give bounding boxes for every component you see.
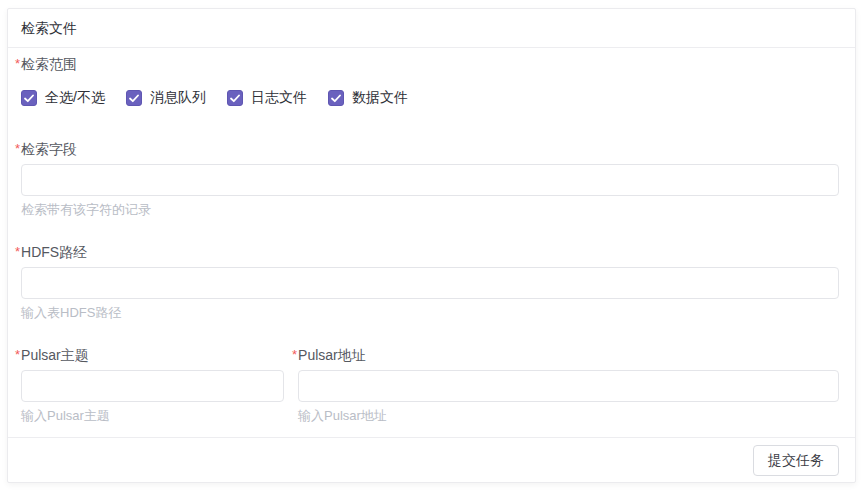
checkbox-checked-icon[interactable]	[21, 90, 37, 106]
form-item-pulsar-topic: * Pulsar主题 输入Pulsar主题	[21, 347, 284, 424]
form-item-search-scope: * 检索范围 全选/不选 消息队列 日志文件 数据文件	[21, 56, 839, 107]
checkbox-message-queue[interactable]: 消息队列	[126, 89, 206, 107]
hdfs-path-label-text: HDFS路经	[21, 244, 87, 260]
search-scope-checkbox-group: 全选/不选 消息队列 日志文件 数据文件	[21, 89, 839, 107]
required-asterisk: *	[292, 347, 297, 363]
search-field-label-text: 检索字段	[21, 141, 77, 157]
pulsar-address-help: 输入Pulsar地址	[298, 407, 839, 424]
required-asterisk: *	[15, 347, 20, 363]
pulsar-row: * Pulsar主题 输入Pulsar主题 * Pulsar地址 输入Pulsa…	[21, 347, 839, 424]
search-file-card: 检索文件 * 检索范围 全选/不选 消息队列 日志文件	[7, 8, 856, 483]
checkbox-label[interactable]: 数据文件	[352, 89, 408, 107]
form-item-pulsar-address: * Pulsar地址 输入Pulsar地址	[298, 347, 839, 424]
checkbox-checked-icon[interactable]	[328, 90, 344, 106]
checkbox-data-file[interactable]: 数据文件	[328, 89, 408, 107]
checkbox-label[interactable]: 全选/不选	[45, 89, 105, 107]
card-body: * 检索范围 全选/不选 消息队列 日志文件 数据文件	[8, 48, 855, 437]
checkbox-checked-icon[interactable]	[126, 90, 142, 106]
pulsar-address-input[interactable]	[298, 370, 839, 402]
required-asterisk: *	[15, 244, 20, 260]
card-header: 检索文件	[8, 9, 855, 48]
search-field-label: * 检索字段	[15, 141, 839, 157]
hdfs-path-help: 输入表HDFS路径	[21, 304, 839, 321]
checkbox-label[interactable]: 消息队列	[150, 89, 206, 107]
checkbox-label[interactable]: 日志文件	[251, 89, 307, 107]
form-item-hdfs-path: * HDFS路经 输入表HDFS路径	[21, 244, 839, 321]
pulsar-address-label-text: Pulsar地址	[298, 347, 366, 363]
card-footer: 提交任务	[8, 437, 855, 483]
pulsar-topic-input[interactable]	[21, 370, 284, 402]
checkbox-log-file[interactable]: 日志文件	[227, 89, 307, 107]
required-asterisk: *	[15, 141, 20, 157]
pulsar-address-label: * Pulsar地址	[292, 347, 839, 363]
pulsar-topic-help: 输入Pulsar主题	[21, 407, 284, 424]
pulsar-topic-label: * Pulsar主题	[15, 347, 284, 363]
required-asterisk: *	[15, 56, 20, 72]
checkbox-select-all[interactable]: 全选/不选	[21, 89, 105, 107]
hdfs-path-input[interactable]	[21, 267, 839, 299]
search-field-help: 检索带有该字符的记录	[21, 201, 839, 218]
checkbox-checked-icon[interactable]	[227, 90, 243, 106]
submit-task-button[interactable]: 提交任务	[753, 445, 839, 476]
search-scope-label-text: 检索范围	[21, 56, 77, 72]
pulsar-topic-label-text: Pulsar主题	[21, 347, 89, 363]
search-scope-label: * 检索范围	[15, 56, 839, 72]
search-field-input[interactable]	[21, 164, 839, 196]
card-title: 检索文件	[21, 20, 77, 36]
hdfs-path-label: * HDFS路经	[15, 244, 839, 260]
form-item-search-field: * 检索字段 检索带有该字符的记录	[21, 141, 839, 218]
